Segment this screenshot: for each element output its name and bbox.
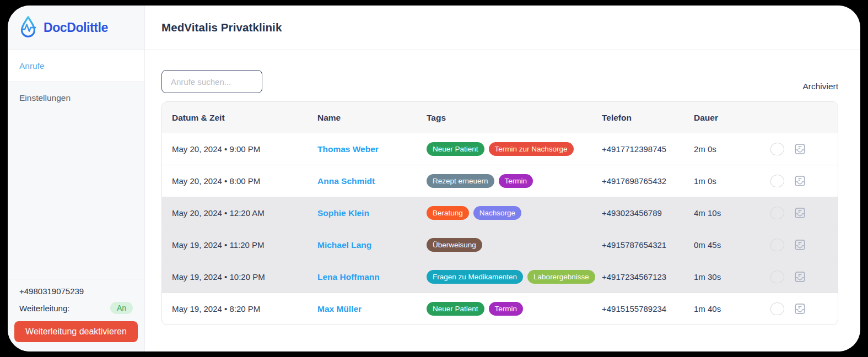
caller-phone: +4917234567123 xyxy=(602,272,694,282)
forwarding-panel: +4980319075239 Weiterleitung: An Weiterl… xyxy=(8,279,144,351)
patient-name-link[interactable]: Lena Hoffmann xyxy=(317,272,427,282)
sidebar-nav: Anrufe Einstellungen xyxy=(8,50,144,113)
tag-pill: Termin xyxy=(489,302,524,316)
caller-phone: +4917712398745 xyxy=(602,144,694,154)
call-duration: 1m 40s xyxy=(694,304,760,313)
chat-bubble-icon[interactable] xyxy=(770,143,784,155)
call-datetime: May 20, 2024 • 8:00 PM xyxy=(172,176,317,186)
droplet-ecg-logo-icon xyxy=(18,15,39,40)
sidebar-item-label: Einstellungen xyxy=(19,93,71,103)
tag-pill: Nachsorge xyxy=(473,206,521,220)
forwarding-status-row: Weiterleitung: An xyxy=(14,302,138,321)
call-datetime: May 19, 2024 • 10:20 PM xyxy=(172,272,317,282)
table-row[interactable]: May 20, 2024 • 9:00 PMThomas WeberNeuer … xyxy=(162,133,838,165)
col-header-duration: Dauer xyxy=(694,113,760,123)
archived-link[interactable]: Archiviert xyxy=(802,82,838,91)
app-window: DocDolittle Anrufe Einstellungen +498031… xyxy=(8,6,860,351)
tag-list: BeratungNachsorge xyxy=(427,206,602,220)
tag-list: Neuer PatientTermin zur Nachsorge xyxy=(427,142,602,156)
call-datetime: May 20, 2024 • 9:00 PM xyxy=(172,144,317,154)
tag-pill: Fragen zu Medikamenten xyxy=(427,270,523,284)
archive-inbox-icon[interactable] xyxy=(794,239,806,251)
archive-inbox-icon[interactable] xyxy=(794,302,806,315)
archive-inbox-icon[interactable] xyxy=(794,175,806,187)
disable-forwarding-button[interactable]: Weiterleitung deaktivieren xyxy=(14,321,138,342)
tag-pill: Laborergebnisse xyxy=(527,270,595,284)
caller-phone: +4915155789234 xyxy=(602,304,694,313)
table-body: May 20, 2024 • 9:00 PMThomas WeberNeuer … xyxy=(162,133,838,324)
logo-area: DocDolittle xyxy=(8,6,144,50)
tag-pill: Neuer Patient xyxy=(427,142,484,156)
sidebar-item-anrufe[interactable]: Anrufe xyxy=(8,50,144,82)
chat-bubble-icon[interactable] xyxy=(770,239,784,251)
sidebar-item-einstellungen[interactable]: Einstellungen xyxy=(8,82,144,113)
table-row[interactable]: May 20, 2024 • 12:20 AMSophie KleinBerat… xyxy=(162,197,838,229)
tag-pill: Neuer Patient xyxy=(427,302,484,316)
row-actions xyxy=(760,271,838,283)
table-row[interactable]: May 19, 2024 • 8:20 PMMax MüllerNeuer Pa… xyxy=(162,293,838,324)
tag-pill: Termin xyxy=(499,174,533,188)
clinic-phone-number: +4980319075239 xyxy=(14,286,138,302)
tag-list: Überweisung xyxy=(427,238,602,252)
tag-list: Rezept erneuernTermin xyxy=(427,174,602,188)
brand-name: DocDolittle xyxy=(44,20,108,35)
call-datetime: May 19, 2024 • 11:20 PM xyxy=(172,240,317,250)
caller-phone: +493023456789 xyxy=(602,208,694,218)
row-actions xyxy=(760,239,838,251)
archive-inbox-icon[interactable] xyxy=(794,207,806,219)
call-duration: 0m 45s xyxy=(694,240,760,250)
archive-inbox-icon[interactable] xyxy=(794,143,806,155)
patient-name-link[interactable]: Max Müller xyxy=(317,304,427,314)
col-header-phone: Telefon xyxy=(602,113,694,123)
archive-inbox-icon[interactable] xyxy=(794,271,806,283)
main-area: MedVitalis Privatklinik Archiviert Datum… xyxy=(145,6,860,351)
tag-pill: Beratung xyxy=(427,206,469,220)
col-header-name: Name xyxy=(317,113,427,123)
row-actions xyxy=(760,302,838,315)
call-datetime: May 20, 2024 • 12:20 AM xyxy=(172,208,317,218)
table-header-row: Datum & Zeit Name Tags Telefon Dauer xyxy=(162,102,838,133)
col-header-tags: Tags xyxy=(427,113,602,123)
table-row[interactable]: May 20, 2024 • 8:00 PMAnna SchmidtRezept… xyxy=(162,165,838,197)
main-header: MedVitalis Privatklinik xyxy=(145,6,860,50)
call-duration: 1m 0s xyxy=(694,176,760,186)
patient-name-link[interactable]: Sophie Klein xyxy=(317,208,427,218)
forwarding-status-badge: An xyxy=(110,302,133,314)
row-actions xyxy=(760,143,838,155)
call-datetime: May 19, 2024 • 8:20 PM xyxy=(172,304,317,313)
call-duration: 2m 0s xyxy=(694,144,760,154)
chat-bubble-icon[interactable] xyxy=(770,175,784,187)
forwarding-label: Weiterleitung: xyxy=(19,304,69,313)
toolbar: Archiviert xyxy=(161,70,838,93)
table-row[interactable]: May 19, 2024 • 10:20 PMLena HoffmannFrag… xyxy=(162,261,838,293)
call-duration: 1m 30s xyxy=(694,272,760,282)
page-title: MedVitalis Privatklinik xyxy=(161,21,282,34)
content-area: Archiviert Datum & Zeit Name Tags Telefo… xyxy=(145,50,860,325)
call-duration: 4m 10s xyxy=(694,208,760,218)
chat-bubble-icon[interactable] xyxy=(770,302,784,315)
col-header-datetime: Datum & Zeit xyxy=(172,113,317,123)
chat-bubble-icon[interactable] xyxy=(770,271,784,283)
calls-table: Datum & Zeit Name Tags Telefon Dauer May… xyxy=(161,101,838,325)
row-actions xyxy=(760,207,838,219)
tag-pill: Rezept erneuern xyxy=(427,174,494,188)
patient-name-link[interactable]: Michael Lang xyxy=(317,240,427,250)
patient-name-link[interactable]: Anna Schmidt xyxy=(317,176,427,186)
tag-list: Fragen zu MedikamentenLaborergebnisse xyxy=(427,270,602,284)
chat-bubble-icon[interactable] xyxy=(770,207,784,219)
sidebar: DocDolittle Anrufe Einstellungen +498031… xyxy=(8,6,145,351)
patient-name-link[interactable]: Thomas Weber xyxy=(317,144,427,154)
tag-list: Neuer PatientTermin xyxy=(427,302,602,316)
row-actions xyxy=(760,175,838,187)
caller-phone: +4917698765432 xyxy=(602,176,694,186)
tag-pill: Überweisung xyxy=(427,238,482,252)
tag-pill: Termin zur Nachsorge xyxy=(489,142,574,156)
caller-phone: +4915787654321 xyxy=(602,240,694,250)
table-row[interactable]: May 19, 2024 • 11:20 PMMichael LangÜberw… xyxy=(162,229,838,261)
search-input[interactable] xyxy=(161,70,262,93)
sidebar-item-label: Anrufe xyxy=(19,61,45,71)
